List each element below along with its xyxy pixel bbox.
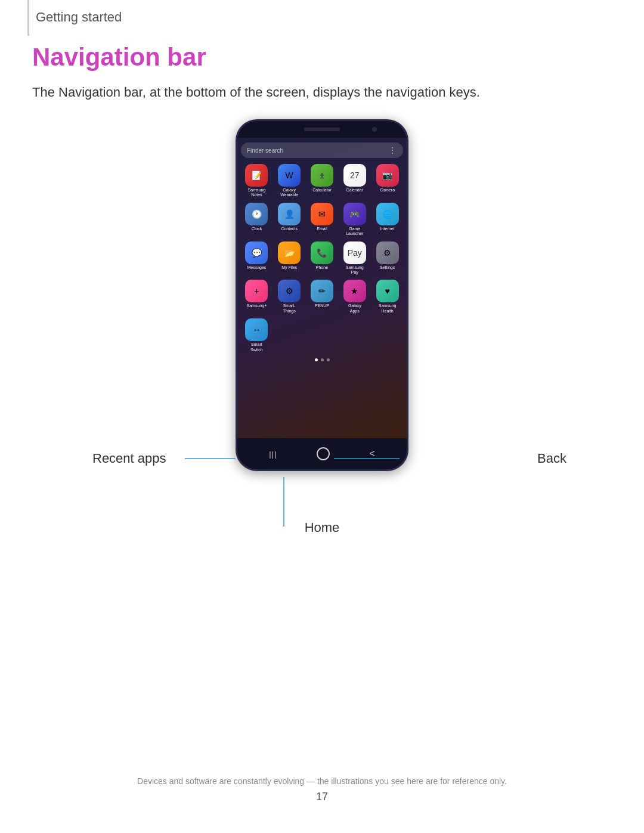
label-recent-apps: Recent apps [92, 451, 166, 466]
app-item-galaxy-apps: ★Galaxy Apps [339, 278, 370, 315]
calculator-icon: ± [311, 164, 333, 187]
game-launcher-icon: 🎮 [343, 203, 366, 225]
footer: Devices and software are constantly evol… [0, 776, 644, 803]
app-item-contacts: 👤Contacts [274, 202, 305, 238]
phone-icon: 📞 [311, 241, 333, 264]
penup-label: PENUP [315, 304, 329, 308]
samsung-pay-icon: Pay [343, 241, 366, 264]
internet-label: Internet [380, 227, 395, 231]
camera-icon: 📷 [376, 164, 399, 187]
finder-menu-icon: ⋮ [388, 145, 397, 155]
app-item-email: ✉Email [306, 202, 338, 238]
camera-label: Camera [380, 188, 395, 193]
clock-label: Clock [252, 227, 262, 231]
app-item-penup: ✏PENUP [306, 278, 338, 315]
email-icon: ✉ [311, 203, 333, 225]
app-item-samsung-notes: 📝Samsung Notes [241, 163, 273, 199]
app-grid: 📝Samsung NotesWGalaxy Wearable±Calculato… [241, 163, 403, 354]
app-item-clock: 🕐Clock [241, 202, 273, 238]
finder-placeholder: Finder search [247, 147, 283, 154]
phone-camera [372, 127, 377, 132]
app-item-calculator: ±Calculator [306, 163, 338, 199]
page-dot-2 [321, 358, 324, 361]
clock-icon: 🕐 [245, 203, 268, 225]
app-item-galaxy-wearable: WGalaxy Wearable [274, 163, 305, 199]
game-launcher-label: Game Launcher [346, 227, 363, 237]
my-files-icon: 📂 [278, 241, 301, 264]
contacts-icon: 👤 [278, 203, 301, 225]
phone-shell: Finder search ⋮ 📝Samsung NotesWGalaxy We… [236, 119, 408, 471]
page-dot-3 [327, 358, 330, 361]
breadcrumb: Getting started [36, 10, 122, 25]
page-description: The Navigation bar, at the bottom of the… [32, 82, 480, 102]
phone-nav-bar: ||| < [237, 438, 407, 469]
app-item-camera: 📷Camera [371, 163, 403, 199]
samsung-health-icon: ♥ [376, 280, 399, 302]
galaxy-wearable-label: Galaxy Wearable [280, 188, 298, 198]
top-border-accent [27, 0, 29, 36]
app-item-smart-things: ⚙Smart- Things [274, 278, 305, 315]
app-item-messages: 💬Messages [241, 240, 273, 277]
app-item-my-files: 📂My Files [274, 240, 305, 277]
finder-search-bar: Finder search ⋮ [241, 143, 403, 158]
page-dot-1 [315, 358, 318, 361]
app-item-samsung-plus: +Samsung+ [241, 278, 273, 315]
app-item-settings: ⚙Settings [371, 240, 403, 277]
app-item-game-launcher: 🎮Game Launcher [339, 202, 370, 238]
galaxy-apps-label: Galaxy Apps [348, 304, 361, 314]
phone-speaker [304, 128, 340, 131]
app-item-smart-switch: ↔Smart Switch [241, 317, 273, 354]
my-files-label: My Files [281, 265, 297, 270]
smart-switch-icon: ↔ [245, 318, 268, 341]
penup-icon: ✏ [311, 280, 333, 302]
back-button: < [369, 448, 374, 459]
phone-illustration: Finder search ⋮ 📝Samsung NotesWGalaxy We… [236, 119, 408, 471]
messages-label: Messages [247, 265, 266, 270]
recent-apps-button: ||| [269, 450, 277, 459]
page-container: Getting started Navigation bar The Navig… [0, 0, 644, 833]
samsung-notes-label: Samsung Notes [248, 188, 266, 198]
messages-icon: 💬 [245, 241, 268, 264]
home-button [317, 447, 330, 460]
page-dots [241, 358, 403, 361]
samsung-notes-icon: 📝 [245, 164, 268, 187]
phone-top-bar [237, 121, 407, 138]
app-item-samsung-health: ♥Samsung Health [371, 278, 403, 315]
app-item-internet: 🌐Internet [371, 202, 403, 238]
smart-switch-label: Smart Switch [250, 342, 263, 352]
calculator-label: Calculator [312, 188, 332, 193]
samsung-plus-icon: + [245, 280, 268, 302]
calendar-icon: 27 [343, 164, 366, 187]
contacts-label: Contacts [281, 227, 298, 231]
settings-icon: ⚙ [376, 241, 399, 264]
app-item-phone: 📞Phone [306, 240, 338, 277]
settings-label: Settings [380, 265, 395, 270]
internet-icon: 🌐 [376, 203, 399, 225]
footer-page-number: 17 [0, 791, 644, 803]
smart-things-label: Smart- Things [283, 304, 296, 314]
calendar-label: Calendar [346, 188, 363, 193]
samsung-health-label: Samsung Health [379, 304, 397, 314]
email-label: Email [317, 227, 327, 231]
galaxy-wearable-icon: W [278, 164, 301, 187]
samsung-plus-label: Samsung+ [247, 304, 267, 308]
page-title: Navigation bar [32, 43, 206, 72]
smart-things-icon: ⚙ [278, 280, 301, 302]
phone-label: Phone [316, 265, 328, 270]
label-back: Back [537, 451, 566, 466]
footer-disclaimer: Devices and software are constantly evol… [0, 776, 644, 786]
samsung-pay-label: Samsung Pay [346, 265, 364, 275]
app-item-samsung-pay: PaySamsung Pay [339, 240, 370, 277]
phone-screen: Finder search ⋮ 📝Samsung NotesWGalaxy We… [237, 138, 407, 438]
galaxy-apps-icon: ★ [343, 280, 366, 302]
label-home: Home [305, 520, 340, 535]
app-item-calendar: 27Calendar [339, 163, 370, 199]
